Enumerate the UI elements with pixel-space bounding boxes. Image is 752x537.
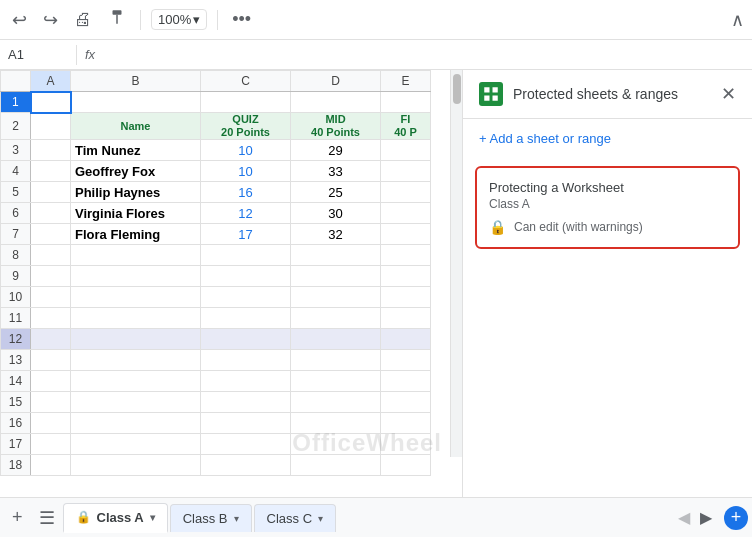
row-header-2[interactable]: 2 (1, 113, 31, 140)
protection-card-warning: 🔒 Can edit (with warnings) (489, 219, 726, 235)
row-header-7[interactable]: 7 (1, 224, 31, 245)
col-header-b[interactable]: B (71, 71, 201, 92)
cell-c5[interactable]: 16 (201, 182, 291, 203)
tab-nav-next[interactable]: ▶ (696, 504, 716, 531)
cell-c2[interactable]: QUIZ20 Points (201, 113, 291, 140)
cell-e5[interactable] (381, 182, 431, 203)
tab-class-b-arrow[interactable]: ▾ (234, 513, 239, 524)
tab-class-a-arrow[interactable]: ▾ (150, 512, 155, 523)
cell-b8[interactable] (71, 245, 201, 266)
row-header-13[interactable]: 13 (1, 350, 31, 371)
cell-a3[interactable] (31, 140, 71, 161)
cell-a5[interactable] (31, 182, 71, 203)
row-header-4[interactable]: 4 (1, 161, 31, 182)
cell-d7[interactable]: 32 (291, 224, 381, 245)
row-header-15[interactable]: 15 (1, 392, 31, 413)
grid-container[interactable]: A B C D E 1 (0, 70, 462, 497)
cell-c8[interactable] (201, 245, 291, 266)
cell-c6[interactable]: 12 (201, 203, 291, 224)
format-paint-button[interactable] (104, 4, 130, 35)
cell-b1[interactable] (71, 92, 201, 113)
panel-title: Protected sheets & ranges (513, 86, 711, 102)
cell-a6[interactable] (31, 203, 71, 224)
print-button[interactable]: 🖨 (70, 5, 96, 34)
cell-c1[interactable] (201, 92, 291, 113)
cell-e8[interactable] (381, 245, 431, 266)
row-header-17[interactable]: 17 (1, 434, 31, 455)
cell-c3[interactable]: 10 (201, 140, 291, 161)
cell-c4[interactable]: 10 (201, 161, 291, 182)
col-header-a[interactable]: A (31, 71, 71, 92)
row-header-9[interactable]: 9 (1, 266, 31, 287)
zoom-value: 100% (158, 12, 191, 27)
cell-d8[interactable] (291, 245, 381, 266)
tab-nav-prev[interactable]: ◀ (674, 504, 694, 531)
row-header-5[interactable]: 5 (1, 182, 31, 203)
tab-class-c[interactable]: Class C ▾ (254, 504, 337, 532)
col-header-c[interactable]: C (201, 71, 291, 92)
collapse-button[interactable]: ∧ (731, 9, 744, 31)
row-header-12[interactable]: 12 (1, 329, 31, 350)
cell-a7[interactable] (31, 224, 71, 245)
protection-card-title: Protecting a Worksheet (489, 180, 726, 195)
cell-d1[interactable] (291, 92, 381, 113)
cell-b4[interactable]: Geoffrey Fox (71, 161, 201, 182)
cell-e6[interactable] (381, 203, 431, 224)
add-new-sheet-button[interactable]: + (724, 506, 748, 530)
row-header-3[interactable]: 3 (1, 140, 31, 161)
cell-d5[interactable]: 25 (291, 182, 381, 203)
row-header-10[interactable]: 10 (1, 287, 31, 308)
more-options-button[interactable]: ••• (228, 5, 255, 34)
row-header-14[interactable]: 14 (1, 371, 31, 392)
table-row: 18 (1, 455, 431, 476)
svg-rect-0 (484, 87, 489, 92)
row-header-16[interactable]: 16 (1, 413, 31, 434)
tab-class-c-arrow[interactable]: ▾ (318, 513, 323, 524)
row-header-18[interactable]: 18 (1, 455, 31, 476)
row-header-8[interactable]: 8 (1, 245, 31, 266)
cell-e3[interactable] (381, 140, 431, 161)
zoom-control[interactable]: 100% ▾ (151, 9, 207, 30)
cell-a8[interactable] (31, 245, 71, 266)
cell-e1[interactable] (381, 92, 431, 113)
cell-a2[interactable] (31, 113, 71, 140)
undo-button[interactable]: ↩ (8, 5, 31, 35)
cell-d3[interactable]: 29 (291, 140, 381, 161)
cell-e2[interactable]: FI40 P (381, 113, 431, 140)
cell-b5[interactable]: Philip Haynes (71, 182, 201, 203)
row-header-11[interactable]: 11 (1, 308, 31, 329)
cell-d6[interactable]: 30 (291, 203, 381, 224)
tab-class-a[interactable]: 🔒 Class A ▾ (63, 503, 168, 533)
col-header-e[interactable]: E (381, 71, 431, 92)
add-sheet-button[interactable]: + (4, 499, 31, 536)
formula-input[interactable] (103, 47, 744, 62)
row-header-6[interactable]: 6 (1, 203, 31, 224)
cell-b6[interactable]: Virginia Flores (71, 203, 201, 224)
cell-b7[interactable]: Flora Fleming (71, 224, 201, 245)
cell-a1[interactable] (31, 92, 71, 113)
cell-reference-input[interactable] (8, 47, 68, 62)
spreadsheet-area: A B C D E 1 (0, 70, 462, 497)
table-row: 12 (1, 329, 431, 350)
cell-b2[interactable]: Name (71, 113, 201, 140)
panel-close-button[interactable]: ✕ (721, 83, 736, 105)
cell-a4[interactable] (31, 161, 71, 182)
redo-button[interactable]: ↪ (39, 5, 62, 35)
tab-lock-icon: 🔒 (76, 510, 91, 524)
cell-c7[interactable]: 17 (201, 224, 291, 245)
scrollbar-thumb[interactable] (453, 74, 461, 104)
cell-e4[interactable] (381, 161, 431, 182)
cell-d4[interactable]: 33 (291, 161, 381, 182)
cell-d2[interactable]: MID40 Points (291, 113, 381, 140)
row-header-1[interactable]: 1 (1, 92, 31, 113)
cell-e7[interactable] (381, 224, 431, 245)
scrollbar-v[interactable] (450, 70, 462, 457)
col-header-d[interactable]: D (291, 71, 381, 92)
table-row: 3 Tim Nunez 10 29 (1, 140, 431, 161)
panel-add-button[interactable]: + Add a sheet or range (463, 119, 752, 158)
cell-b3[interactable]: Tim Nunez (71, 140, 201, 161)
cell-a9[interactable] (31, 266, 71, 287)
sheet-list-button[interactable]: ☰ (31, 499, 63, 537)
protection-card[interactable]: Protecting a Worksheet Class A 🔒 Can edi… (475, 166, 740, 249)
tab-class-b[interactable]: Class B ▾ (170, 504, 252, 532)
